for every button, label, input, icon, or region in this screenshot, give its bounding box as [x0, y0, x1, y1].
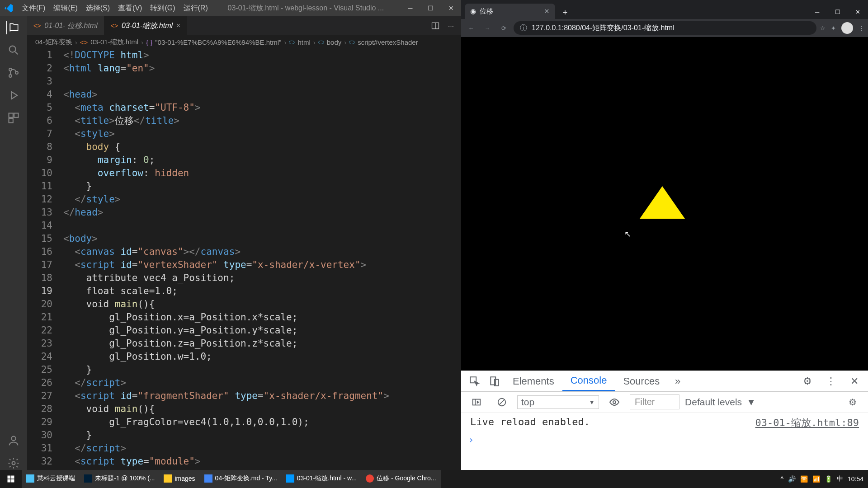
maximize-button[interactable]: ☐ [420, 0, 441, 16]
html-file-icon: <> [33, 22, 41, 29]
search-icon[interactable] [7, 43, 20, 57]
menu-edit[interactable]: 编辑(E) [50, 2, 81, 15]
webgl-triangle [640, 186, 685, 219]
system-tray[interactable]: ^ 🔊 🛜 📶 🔋 中 10:54 [780, 475, 868, 483]
wifi-icon[interactable]: 📶 [812, 475, 820, 483]
extensions-icon[interactable] [7, 111, 20, 125]
taskbar-item[interactable]: 04-矩阵变换.md - Ty... [200, 470, 282, 488]
tab-elements[interactable]: Elements [505, 371, 562, 391]
chrome-tab[interactable]: ◉ 位移 ✕ [465, 4, 555, 19]
explorer-icon[interactable] [6, 21, 20, 34]
close-icon[interactable]: ✕ [544, 7, 550, 15]
ime-indicator[interactable]: 中 [837, 475, 843, 483]
tray-chevron-icon[interactable]: ^ [780, 475, 783, 483]
menu-file[interactable]: 文件(F) [18, 2, 49, 15]
more-tabs-icon[interactable]: » [668, 371, 688, 391]
code-editor[interactable]: 1234567891011121314151617181920212223242… [27, 49, 461, 470]
minimize-button[interactable]: ─ [807, 5, 827, 19]
maximize-button[interactable]: ☐ [827, 5, 848, 19]
bc-body[interactable]: body [327, 38, 342, 46]
menu-goto[interactable]: 转到(G) [146, 2, 179, 15]
debug-icon[interactable] [7, 89, 20, 102]
network-icon[interactable]: 🛜 [800, 475, 808, 483]
console-toolbar: top ▼ Filter Default levels ▼ ⚙ [461, 392, 868, 413]
more-icon[interactable]: ⋯ [448, 23, 454, 29]
taskbar-item[interactable]: 03-01-缩放.html - w... [282, 470, 361, 488]
sidebar-toggle-icon[interactable] [467, 392, 486, 412]
tab-label: 01-01- 位移.html [44, 21, 97, 31]
site-info-icon[interactable]: ⓘ [520, 23, 527, 33]
console-output[interactable]: Live reload enabled. 03-01-缩放.html:89 › [461, 413, 868, 470]
profile-avatar[interactable] [841, 22, 853, 34]
menu-run[interactable]: 运行(R) [180, 2, 212, 15]
chrome-tab-strip: ◉ 位移 ✕ + ─ ☐ ✕ [461, 0, 868, 19]
taskbar-label: 03-01-缩放.html - w... [297, 474, 357, 483]
minimize-button[interactable]: ─ [400, 0, 420, 16]
svg-rect-6 [9, 118, 13, 122]
tab-0101[interactable]: <> 01-01- 位移.html [27, 16, 104, 35]
editor-tabs: <> 01-01- 位移.html <> 03-01-缩放.html × ⋯ [27, 16, 461, 35]
console-settings-icon[interactable]: ⚙ [843, 392, 863, 412]
close-button[interactable]: ✕ [848, 5, 868, 19]
log-source-link[interactable]: 03-01-缩放.html:89 [755, 416, 859, 430]
page-viewport[interactable]: ↖ [461, 37, 868, 371]
filter-input[interactable]: Filter [630, 394, 679, 409]
clock[interactable]: 10:54 [848, 475, 863, 483]
console-prompt[interactable]: › [468, 434, 859, 445]
settings-icon[interactable]: ⚙ [797, 371, 817, 391]
menu-select[interactable]: 选择(S) [82, 2, 113, 15]
breadcrumb[interactable]: 04-矩阵变换› <>03-01-缩放.html› { }"03-01-%E7%… [27, 35, 461, 49]
svg-point-3 [15, 71, 18, 74]
bc-html[interactable]: html [297, 38, 310, 46]
taskbar-item[interactable]: 慧科云授课端 [22, 470, 80, 488]
volume-icon[interactable]: 🔊 [788, 475, 796, 483]
back-button[interactable]: ← [465, 22, 477, 34]
taskbar-label: 未标题-1 @ 100% (... [95, 474, 155, 483]
split-editor-icon[interactable] [431, 21, 440, 30]
taskbar-item[interactable]: images [159, 470, 199, 488]
tab-0301[interactable]: <> 03-01-缩放.html × [104, 16, 188, 35]
close-icon[interactable]: ✕ [844, 371, 864, 391]
close-icon[interactable]: × [176, 22, 180, 30]
tab-console[interactable]: Console [562, 371, 615, 391]
battery-icon[interactable]: 🔋 [825, 475, 832, 483]
bc-file[interactable]: 03-01-缩放.html [90, 38, 138, 47]
bc-script[interactable]: script#vertexShader [358, 38, 418, 46]
account-icon[interactable] [7, 434, 20, 447]
chevron-down-icon: ▼ [746, 397, 756, 408]
svg-rect-4 [9, 113, 13, 117]
url-text: 127.0.0.1:8080/04-矩阵变换/03-01-缩放.html [532, 23, 675, 33]
kebab-icon[interactable]: ⋮ [821, 371, 841, 391]
forward-button[interactable]: → [481, 22, 494, 34]
tab-sources[interactable]: Sources [615, 371, 668, 391]
taskbar-item[interactable]: 位移 - Google Chro... [361, 470, 441, 488]
devtools-tabs: Elements Console Sources » ⚙ ⋮ ✕ [461, 371, 868, 392]
brace-icon: { } [146, 38, 152, 46]
levels-select[interactable]: Default levels ▼ [685, 397, 756, 408]
bookmark-icon[interactable]: ☆ [820, 25, 826, 32]
settings-icon[interactable] [7, 456, 20, 470]
source-control-icon[interactable] [7, 66, 20, 80]
windows-taskbar: 慧科云授课端 未标题-1 @ 100% (... images 04-矩阵变换.… [0, 470, 868, 488]
reload-button[interactable]: ⟳ [497, 22, 510, 34]
new-tab-button[interactable]: + [559, 6, 571, 19]
bc-folder[interactable]: 04-矩阵变换 [35, 38, 72, 47]
window-title: 03-01-缩放.html - webgl-lesson - Visual St… [212, 4, 400, 13]
tag-icon: ⬭ [349, 38, 355, 46]
device-toggle-icon[interactable] [485, 371, 505, 391]
inspect-icon[interactable] [465, 371, 485, 391]
eye-icon[interactable] [604, 392, 624, 412]
window-controls: ─ ☐ ✕ [400, 0, 461, 16]
close-button[interactable]: ✕ [441, 0, 461, 16]
address-bar[interactable]: ⓘ 127.0.0.1:8080/04-矩阵变换/03-01-缩放.html [514, 21, 816, 35]
menu-icon[interactable]: ⋮ [859, 25, 864, 32]
extensions-icon[interactable]: ✦ [831, 25, 836, 32]
bc-hash[interactable]: "03-01-%E7%BC%A9%E6%94%BE.html" [155, 38, 281, 46]
clear-console-icon[interactable] [492, 392, 512, 412]
chrome-tab-title: 位移 [480, 7, 493, 16]
code-text[interactable]: <!DOCTYPE html> <html lang="en"> <head> … [63, 49, 461, 470]
menu-view[interactable]: 查看(V) [114, 2, 146, 15]
start-button[interactable] [0, 470, 22, 488]
context-select[interactable]: top ▼ [517, 395, 599, 409]
taskbar-item[interactable]: 未标题-1 @ 100% (... [80, 470, 159, 488]
